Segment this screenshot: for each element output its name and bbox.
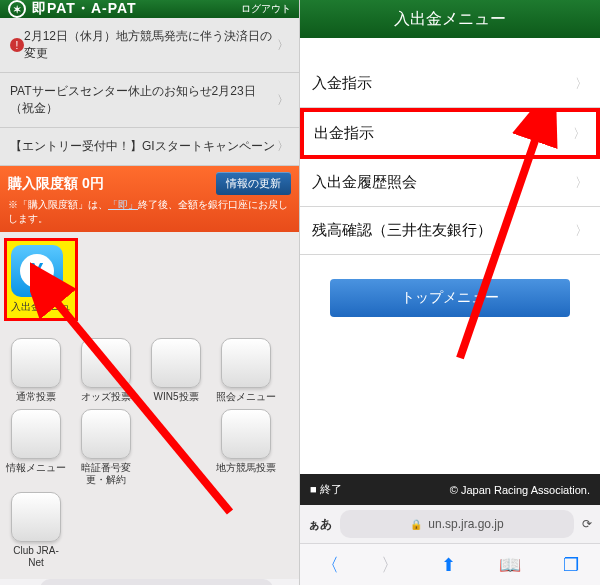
app-label: WIN5投票 [154, 391, 199, 403]
url-pill[interactable]: 🔒ipat.jra.go.jp [40, 579, 273, 585]
text-size-button[interactable]: ぁあ [308, 516, 332, 533]
notice-item[interactable]: !2月12日（休月）地方競馬発売に伴う決済日の変更〉 [0, 18, 299, 73]
app-icon[interactable]: Club JRA-Net [6, 492, 66, 569]
notice-text: 【エントリー受付中！】GIスタートキャンペーン [10, 138, 277, 155]
menu-label: 入出金履歴照会 [312, 173, 417, 192]
chevron-right-icon: 〉 [575, 222, 588, 240]
menu-label: 残高確認（三井住友銀行） [312, 221, 492, 240]
app-icon[interactable]: 通常投票 [6, 338, 66, 403]
app-icon-graphic [11, 338, 61, 388]
app-icon[interactable]: 暗証番号変更・解約 [76, 409, 136, 486]
url-text: un.sp.jra.go.jp [428, 517, 503, 531]
deposit-withdraw-highlight[interactable]: ¥ 入出金メニュ [4, 238, 78, 321]
app-icon[interactable]: 地方競馬投票 [216, 409, 276, 486]
deposit-withdraw-icon: ¥ [11, 245, 63, 297]
limit-note: ※「購入限度額」は、「即」終了後、全額を銀行口座にお戻しします。 [8, 198, 291, 226]
warning-icon: ! [10, 38, 24, 52]
right-body: 入金指示〉出金指示〉入出金履歴照会〉残高確認（三井住友銀行）〉 トップメニュー [300, 38, 600, 474]
title-text: 即PAT・A-PAT [32, 0, 137, 18]
notice-text: 2月12日（休月）地方競馬発売に伴う決済日の変更 [24, 28, 277, 62]
chevron-right-icon: 〉 [277, 138, 289, 155]
menu-label: 出金指示 [314, 124, 374, 143]
limit-title: 購入限度額 0円 [8, 175, 104, 193]
copyright: © Japan Racing Association. [450, 484, 590, 496]
menu-item[interactable]: 入出金履歴照会〉 [300, 159, 600, 207]
app-icon-graphic [81, 338, 131, 388]
tabs-icon[interactable]: ❐ [563, 554, 579, 576]
app-icon[interactable]: 照会メニュー [216, 338, 276, 403]
forward-icon: 〉 [381, 553, 399, 577]
bookmarks-icon[interactable]: 📖 [499, 554, 521, 576]
app-icon-graphic [11, 409, 61, 459]
top-menu-button[interactable]: トップメニュー [330, 279, 570, 317]
chevron-right-icon: 〉 [277, 37, 289, 54]
menu-label: 入金指示 [312, 74, 372, 93]
app-icon-graphic [81, 409, 131, 459]
app-icon-graphic [221, 409, 271, 459]
reload-icon[interactable]: ⟳ [582, 517, 592, 531]
app-label: 照会メニュー [216, 391, 276, 403]
app-label: 情報メニュー [6, 462, 66, 474]
url-pill[interactable]: 🔒un.sp.jra.go.jp [340, 510, 574, 538]
deposit-withdraw-label: 入出金メニュ [11, 300, 71, 314]
app-icon[interactable]: オッズ投票 [76, 338, 136, 403]
lock-icon: 🔒 [410, 519, 422, 530]
app-label: オッズ投票 [81, 391, 131, 403]
limit-refresh-button[interactable]: 情報の更新 [216, 172, 291, 195]
safari-url-bar: ぁあ 🔒un.sp.jra.go.jp ⟳ [300, 505, 600, 543]
phone-left: ✶ 即PAT・A-PAT ログアウト !2月12日（休月）地方競馬発売に伴う決済… [0, 0, 300, 585]
app-icon[interactable]: 情報メニュー [6, 409, 66, 486]
app-icon-graphic [151, 338, 201, 388]
app-icon[interactable]: WIN5投票 [146, 338, 206, 403]
chevron-right-icon: 〉 [277, 92, 289, 109]
app-icon-graphic [221, 338, 271, 388]
logout-link[interactable]: ログアウト [241, 2, 291, 16]
app-label: 通常投票 [16, 391, 56, 403]
chevron-right-icon: 〉 [575, 75, 588, 93]
end-button[interactable]: ■ 終了 [310, 482, 342, 497]
limit-bar: 購入限度額 0円 情報の更新 ※「購入限度額」は、「即」終了後、全額を銀行口座に… [0, 166, 299, 232]
notice-text: PATサービスセンター休止のお知らせ2月23日（祝金） [10, 83, 277, 117]
home-area: ¥ 入出金メニュ 通常投票オッズ投票WIN5投票照会メニュー情報メニュー暗証番号… [0, 232, 299, 579]
chevron-right-icon: 〉 [575, 174, 588, 192]
menu-item[interactable]: 出金指示〉 [300, 108, 600, 159]
share-icon[interactable]: ⬆︎ [441, 554, 456, 576]
notice-item[interactable]: 【エントリー受付中！】GIスタートキャンペーン〉 [0, 128, 299, 166]
back-icon[interactable]: 〈 [321, 553, 339, 577]
app-header: ✶ 即PAT・A-PAT ログアウト [0, 0, 299, 18]
safari-toolbar: 〈 〉 ⬆︎ 📖 ❐ [300, 543, 600, 585]
app-title: ✶ 即PAT・A-PAT [8, 0, 137, 18]
notice-item[interactable]: PATサービスセンター休止のお知らせ2月23日（祝金）〉 [0, 73, 299, 128]
page-title: 入出金メニュー [394, 9, 506, 30]
menu-item[interactable]: 入金指示〉 [300, 60, 600, 108]
app-label: Club JRA-Net [6, 545, 66, 569]
phone-right: 入出金メニュー 入金指示〉出金指示〉入出金履歴照会〉残高確認（三井住友銀行）〉 … [300, 0, 600, 585]
jra-logo-icon: ✶ [8, 0, 26, 18]
app-icon-graphic [11, 492, 61, 542]
yen-icon: ¥ [20, 254, 54, 288]
safari-url-bar: ぁあ 🔒ipat.jra.go.jp ⟳ [0, 579, 299, 585]
menu-list: 入金指示〉出金指示〉入出金履歴照会〉残高確認（三井住友銀行）〉 [300, 60, 600, 255]
notice-list: !2月12日（休月）地方競馬発売に伴う決済日の変更〉PATサービスセンター休止の… [0, 18, 299, 166]
menu-item[interactable]: 残高確認（三井住友銀行）〉 [300, 207, 600, 255]
chevron-right-icon: 〉 [573, 125, 586, 143]
app-label: 地方競馬投票 [216, 462, 276, 474]
app-label: 暗証番号変更・解約 [76, 462, 136, 486]
footer-bar: ■ 終了 © Japan Racing Association. [300, 474, 600, 505]
page-header: 入出金メニュー [300, 0, 600, 38]
